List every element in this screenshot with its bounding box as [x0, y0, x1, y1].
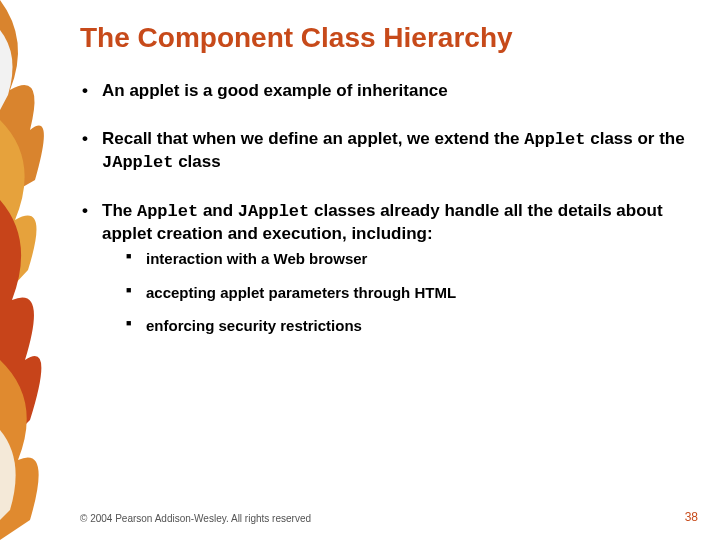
code-japplet: JApplet [102, 153, 173, 172]
bullet-2-text-b: class or the [585, 129, 684, 148]
page-number: 38 [685, 510, 698, 524]
bullet-3: The Applet and JApplet classes already h… [80, 200, 690, 336]
slide-title: The Component Class Hierarchy [80, 22, 690, 54]
leaf-decoration [0, 0, 60, 540]
bullet-3-text-b: and [198, 201, 238, 220]
code-applet: Applet [524, 130, 585, 149]
copyright-footer: © 2004 Pearson Addison-Wesley. All right… [80, 513, 311, 524]
bullet-1: An applet is a good example of inheritan… [80, 80, 690, 102]
bullet-3-text-a: The [102, 201, 137, 220]
code-japplet-2: JApplet [238, 202, 309, 221]
bullet-2-text-a: Recall that when we define an applet, we… [102, 129, 524, 148]
sub-bullet-2: accepting applet parameters through HTML [126, 283, 690, 303]
code-applet-2: Applet [137, 202, 198, 221]
sub-bullet-3: enforcing security restrictions [126, 316, 690, 336]
bullet-2-text-c: class [173, 152, 220, 171]
sub-bullet-1: interaction with a Web browser [126, 249, 690, 269]
bullet-2: Recall that when we define an applet, we… [80, 128, 690, 174]
